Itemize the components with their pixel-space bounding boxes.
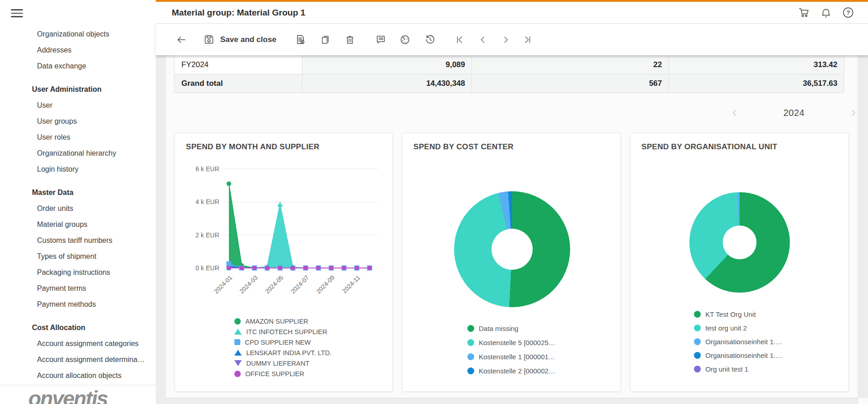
legend-item: OFFICE SUPPLIER (234, 368, 332, 379)
next-year-icon[interactable] (847, 106, 860, 120)
bell-icon[interactable] (820, 6, 832, 19)
sidebar-item-user[interactable]: User (0, 97, 155, 113)
row-label-cell: FY2024 (175, 55, 302, 74)
back-arrow-icon[interactable] (174, 32, 189, 47)
sidebar-item-addresses[interactable]: Addresses (0, 42, 155, 58)
comment-icon[interactable] (373, 32, 389, 47)
gauge-icon[interactable] (397, 32, 413, 47)
data-point-marker (227, 182, 231, 186)
legend-marker-icon (234, 329, 242, 335)
sidebar-item-data-exchange[interactable]: Data exchange (0, 58, 155, 74)
header-icons: ? (798, 2, 854, 23)
legend-item: Organisationseinheit 1.… (694, 348, 782, 362)
page-title: Material group: Material Group 1 (172, 2, 305, 23)
sidebar-item-account-allocation-objects[interactable]: Account allocation objects (0, 367, 155, 383)
new-document-icon[interactable] (293, 32, 308, 47)
x-axis-tick-label: 2024-11 (341, 274, 361, 295)
data-point-marker (329, 266, 333, 270)
x-axis-tick-label: 2024-03 (238, 274, 259, 295)
legend-label: Data missing (479, 325, 519, 332)
value-cell: 22 (472, 55, 669, 74)
data-point-marker (355, 266, 359, 270)
legend-item: ITC INFOTECH SUPPLIER (234, 326, 332, 337)
data-point-marker (291, 266, 295, 270)
sidebar-item-customs-tariff-numbers[interactable]: Customs tariff numbers (0, 232, 155, 248)
legend-label: Organisationseinheit 1.… (705, 338, 782, 346)
sidebar-item-types-of-shipment[interactable]: Types of shipment (0, 248, 155, 264)
data-point-marker (277, 202, 283, 207)
sidebar-item-organizational-objects[interactable]: Organizational objects (0, 26, 155, 42)
history-icon[interactable] (423, 32, 438, 47)
help-icon[interactable]: ? (842, 6, 854, 19)
sidebar-group: User AdministrationUserUser groupsUser r… (0, 81, 155, 177)
legend-label: Kostenstelle 5 [000025… (479, 339, 556, 346)
sidebar-group: Master DataOrder unitsMaterial groupsCus… (0, 184, 155, 312)
data-point-marker (342, 266, 346, 270)
content-area: FY20249,08922313.42Grand total14,430,348… (156, 55, 868, 404)
data-point-marker (316, 266, 321, 270)
previous-page-icon[interactable] (475, 32, 491, 47)
spend-by-month-card: SPEND BY MONTH AND SUPPLIER 0 k EUR2 k E… (175, 133, 393, 392)
data-point-marker (265, 266, 270, 270)
data-point-marker (227, 266, 231, 270)
legend-marker-icon (694, 325, 701, 331)
last-page-icon[interactable] (520, 32, 535, 47)
legend-marker-icon (694, 338, 701, 345)
legend-marker-icon (234, 360, 242, 366)
org-unit-donut-chart (689, 192, 790, 293)
legend-marker-icon (467, 325, 474, 332)
series-line (229, 184, 370, 268)
sidebar-nav: Organizational objectsAddressesData exch… (0, 26, 155, 391)
series-area (229, 184, 370, 268)
spend-by-month-chart: 0 k EUR2 k EUR4 k EUR6 k EUR2024-012024-… (175, 160, 393, 297)
legend-marker-icon (694, 366, 701, 373)
data-point-marker (252, 266, 257, 270)
value-cell: 567 (472, 74, 669, 93)
sidebar-item-user-roles[interactable]: User roles (0, 129, 155, 145)
sidebar-item-packaging-instructions[interactable]: Packaging instructions (0, 264, 155, 280)
legend-item: KT Test Org Unit (694, 307, 782, 321)
sidebar-item-user-groups[interactable]: User groups (0, 113, 155, 129)
sidebar-group: Cost AllocationAccount assignment catego… (0, 320, 155, 383)
legend-item: LENSKART INDIA PVT. LTD. (234, 347, 332, 358)
legend-item: Data missing (467, 321, 556, 336)
next-page-icon[interactable] (498, 32, 513, 47)
sidebar-item-material-groups[interactable]: Material groups (0, 216, 155, 232)
legend-marker-icon (467, 367, 474, 374)
legend-item: Org unit test 1 (694, 362, 782, 376)
sidebar-item-login-history[interactable]: Login history (0, 161, 155, 177)
sidebar-item-account-assignment-categories[interactable]: Account assignment categories (0, 336, 155, 352)
cost-center-donut-chart (454, 191, 570, 307)
previous-year-icon[interactable] (728, 106, 741, 120)
legend-item: Kostenstelle 5 [000025… (467, 336, 556, 350)
horizontal-scrollbar[interactable] (165, 398, 858, 404)
y-axis-tick-label: 0 k EUR (196, 264, 219, 272)
sidebar-item-account-assignment-determina[interactable]: Account assignment determina… (0, 352, 155, 367)
sidebar-item-payment-methods[interactable]: Payment methods (0, 296, 155, 312)
copy-icon[interactable] (318, 32, 333, 47)
legend-marker-icon (467, 353, 474, 360)
legend-label: Organisationseinheit 1.… (705, 352, 782, 359)
y-axis-tick-label: 6 k EUR (196, 165, 219, 173)
data-point-marker (303, 266, 308, 270)
table-row: FY20249,08922313.42 (175, 55, 844, 74)
delete-icon[interactable] (342, 32, 358, 47)
sidebar-footer: onventis (0, 385, 156, 404)
table-row: Grand total14,430,34856736,517.63 (175, 74, 844, 93)
legend-label: OFFICE SUPPLIER (245, 370, 304, 378)
save-and-close-button[interactable]: Save and close (220, 35, 276, 44)
sidebar-item-order-units[interactable]: Order units (0, 200, 155, 216)
year-pager: 2024 (728, 102, 860, 123)
hamburger-menu-icon[interactable] (11, 9, 23, 18)
sidebar-item-payment-terms[interactable]: Payment terms (0, 280, 155, 296)
legend-label: Kostenstelle 2 [000002… (479, 367, 556, 375)
save-icon[interactable] (201, 32, 217, 47)
first-page-icon[interactable] (452, 32, 467, 47)
main-area: Material group: Material Group 1 ? (156, 0, 868, 404)
legend-marker-icon (234, 371, 241, 377)
sidebar-item-organizational-hierarchy[interactable]: Organizational hierarchy (0, 145, 155, 161)
sidebar-section-header: User Administration (0, 81, 155, 97)
chart-legend: AMAZON SUPPLIERITC INFOTECH SUPPLIERCPD … (234, 316, 332, 379)
value-cell: 313.42 (669, 55, 844, 74)
cart-icon[interactable] (798, 6, 810, 19)
